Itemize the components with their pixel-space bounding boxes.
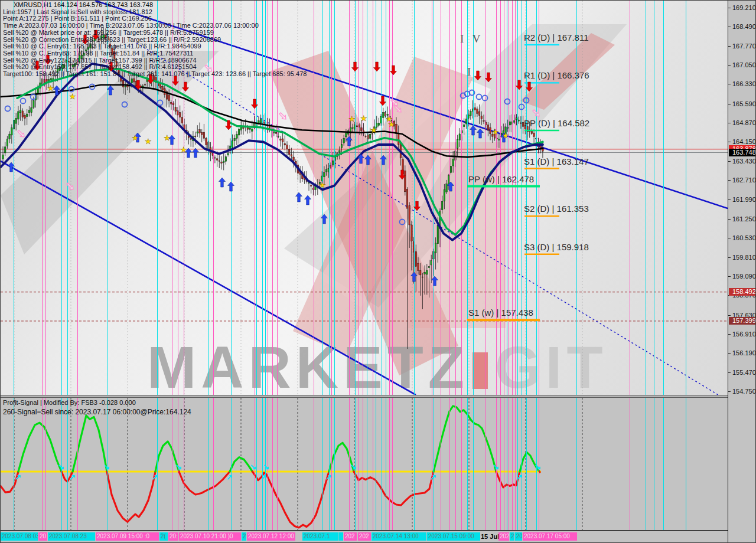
time-label: 2023.07.08 03:0	[1, 532, 38, 541]
hollow-arrow-icon	[278, 112, 288, 121]
price-tick: 156.190	[728, 349, 756, 356]
buy-arrow-icon	[365, 155, 372, 165]
price-tick: 159.810	[728, 254, 756, 261]
sell-arrow-icon	[374, 62, 380, 71]
svg-text:↘: ↘	[350, 462, 357, 471]
time-label	[338, 532, 343, 541]
svg-text:↘: ↘	[175, 462, 182, 471]
buy-arrow-icon	[321, 214, 328, 224]
star-icon: ★	[69, 92, 76, 101]
info-line: Sell %10 @ C. Entry88: 170.98 || Target:…	[3, 50, 307, 57]
info-block: XMRUSD,H1 164.124 164.576 163.743 163.74…	[3, 2, 307, 78]
buy-arrow-icon	[411, 272, 418, 282]
svg-text:↘: ↘	[535, 462, 541, 471]
price-tick: 163.430	[728, 158, 756, 165]
price-tick: 161.250	[728, 215, 756, 223]
star-icon: ★	[180, 145, 187, 154]
price-tick: 162.710	[728, 176, 756, 184]
hollow-arrow-icon	[393, 104, 403, 114]
mt4-chart-window: MARKETZ GIT ★★★★★★★★★★★★★★ XMRUSD,H1 164…	[0, 0, 756, 543]
sell-arrow-icon	[380, 96, 386, 106]
time-label: 202	[498, 532, 509, 541]
circle-marker-icon	[505, 99, 510, 104]
info-line: Sell %20 @ Market price or at: 169.256 |…	[3, 30, 307, 37]
time-label: 20	[515, 532, 522, 541]
time-label: 2023.07.17 05:00	[523, 532, 577, 541]
pivot-label: PP (w) | 162.478	[468, 174, 534, 184]
price-marker-box: 158.492	[729, 288, 756, 296]
indicator-panel[interactable]: ↗↘↗↘↗↘↗↘↗↘↗↘↗↘↗↘ Profit-Signal | Modifie…	[1, 398, 728, 530]
star-icon: ★	[47, 84, 54, 93]
buy-arrow-icon	[346, 136, 353, 146]
svg-text:↗: ↗	[226, 473, 233, 482]
time-label: 2023.07.15 09:00	[427, 532, 480, 541]
pivot-label: S2 (D) | 161.353	[524, 204, 589, 214]
info-line: Target100: 158.492 || Target 161: 151.84…	[3, 71, 307, 78]
buy-arrow-icon	[107, 86, 114, 95]
price-marker-box: 157.399	[729, 317, 756, 325]
star-icon: ★	[164, 133, 171, 142]
pivot-label: S1 (w) | 157.438	[468, 308, 533, 318]
horizontal-price-lines	[1, 149, 728, 321]
sell-arrow-icon	[183, 82, 189, 91]
pivot-label: S1 (D) | 163.147	[524, 156, 589, 166]
star-icon: ★	[502, 131, 509, 140]
star-icon: ★	[370, 126, 377, 135]
svg-text:↗: ↗	[325, 473, 332, 482]
pivot-label: PP (D) | 164.582	[524, 118, 589, 128]
price-tick: 169.210	[728, 4, 756, 11]
time-label: 2023.07.14 13:00	[372, 532, 426, 541]
oscillator-canvas[interactable]: ↗↘↗↘↗↘↗↘↗↘↗↘↗↘↗↘	[1, 398, 728, 530]
buy-arrow-icon	[228, 182, 234, 191]
price-tick: 161.990	[728, 196, 756, 203]
price-tick: 154.750	[728, 388, 756, 395]
oscillator-curve	[1, 406, 540, 528]
svg-text:↘: ↘	[58, 462, 64, 471]
sell-arrow-icon	[485, 73, 492, 82]
time-label: 2:	[510, 532, 514, 541]
pivot-label: S3 (D) | 159.918	[524, 242, 589, 252]
star-icon: ★	[360, 114, 367, 123]
circle-marker-icon	[477, 94, 482, 100]
svg-text:↗: ↗	[516, 473, 523, 482]
circle-marker-icon	[400, 220, 405, 225]
buy-arrow-icon	[305, 195, 311, 205]
sell-arrow-icon	[252, 99, 258, 109]
price-tick: 159.090	[728, 273, 756, 280]
svg-text:↗: ↗	[260, 473, 267, 482]
star-icon: ★	[132, 133, 139, 142]
time-axis-date-label: 15 Jul	[481, 532, 499, 541]
sell-arrow-icon	[414, 201, 421, 211]
price-tick: 166.330	[728, 80, 756, 87]
time-label: 2023.07.10 21:00 )0	[179, 532, 241, 541]
circle-marker-icon	[5, 106, 11, 112]
price-tick: 156.910	[728, 331, 756, 338]
time-label: 2023.07.08 23	[48, 532, 95, 541]
price-tick: 167.050	[728, 61, 756, 68]
buy-arrow-icon	[296, 192, 302, 202]
indicator-titles: Profit-Signal | Modified By: FSB3 -0.028…	[3, 399, 191, 416]
price-tick: 164.150	[728, 138, 756, 145]
price-tick: 155.470	[728, 369, 756, 376]
star-icon: ★	[145, 137, 152, 146]
price-axis[interactable]: 2.361 0.00 -1.949 169.210168.490167.7701…	[728, 1, 756, 543]
price-tick: 168.490	[728, 23, 756, 30]
sell-arrow-icon	[475, 71, 481, 80]
price-marker-box: 163.748	[729, 149, 756, 156]
hollow-arrow-icon	[17, 129, 26, 139]
star-icon: ★	[388, 120, 395, 129]
circle-marker-icon	[21, 99, 26, 104]
star-icon: ★	[492, 127, 499, 136]
star-icon: ★	[348, 115, 356, 123]
svg-text:↗: ↗	[152, 473, 158, 482]
info-line: XMRUSD,H1 164.124 164.576 163.743 163.74…	[3, 2, 307, 9]
buy-arrow-icon	[219, 178, 226, 187]
time-axis[interactable]: 15 Jul 2023.07.08 03:0202023.07.08 23202…	[1, 530, 728, 543]
indicator-vertical-lines	[14, 398, 686, 530]
time-label: 2	[242, 532, 246, 541]
panel-splitter[interactable]	[1, 395, 728, 398]
main-chart-panel[interactable]: MARKETZ GIT ★★★★★★★★★★★★★★ XMRUSD,H1 164…	[1, 1, 728, 395]
buy-arrow-icon	[477, 129, 484, 138]
svg-text:↗: ↗	[15, 473, 21, 482]
price-tick: 160.530	[728, 234, 756, 241]
